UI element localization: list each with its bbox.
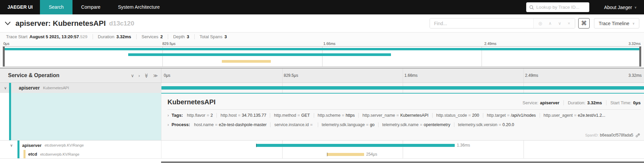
span-detail-row: KubernetesAPI Service:apiserver Duration… — [0, 93, 644, 140]
span-duration-label: 1.36ms — [457, 143, 470, 148]
tick-label: 0μs — [164, 73, 170, 78]
timeline-header: 0μs 829.5μs 1.66ms 2.49ms 3.32ms — [161, 68, 644, 83]
expand-one-icon[interactable]: › — [138, 73, 140, 78]
span-detail-panel: KubernetesAPI Service:apiserver Duration… — [161, 93, 644, 140]
top-nav: JAEGER UI Search Compare System Architec… — [0, 0, 644, 14]
selected-span-highlight[interactable] — [11, 93, 161, 140]
tags-row: › Tags: http.flavor=2 http.host=34.70.13… — [167, 113, 641, 118]
about-jaeger-menu[interactable]: About Jaeger ∨ — [604, 5, 637, 10]
about-jaeger-label: About Jaeger — [604, 5, 632, 10]
service-name: apiserver — [22, 143, 42, 148]
tag-item: http.server_name=KubernetesAPI — [358, 113, 429, 118]
operation-name: etcdserverpb.KV/Range — [40, 152, 80, 156]
span-bar[interactable] — [256, 144, 455, 147]
tag-item: http.status_code=200 — [432, 113, 479, 118]
minimap-left-handle[interactable] — [3, 47, 5, 66]
trace-view-selector[interactable]: Trace Timeline ∨ — [594, 18, 639, 29]
minimap-span-bar[interactable] — [222, 60, 271, 63]
chevron-down-icon: ∨ — [632, 22, 635, 25]
tab-search[interactable]: Search — [40, 0, 72, 14]
tick-label: 2.49ms — [484, 42, 496, 46]
gridline — [403, 150, 403, 158]
span-timeline-cell[interactable]: 1.36ms — [161, 141, 644, 150]
tick-label: 3.32ms — [629, 42, 641, 46]
gridline — [282, 68, 283, 83]
tab-system-architecture[interactable]: System Architecture — [109, 0, 168, 14]
span-duration-label: 254μs — [366, 152, 377, 157]
process-list: host.name=e2e-test-dashpole-master servi… — [194, 122, 514, 127]
span-id-label: SpanID: — [585, 133, 599, 137]
find-icons: ◎ ∧ ∨ × — [533, 18, 575, 28]
gridline — [524, 68, 524, 83]
span-name-cell[interactable]: etcd etcdserverpb.KV/Range — [0, 150, 161, 158]
service-color-strip — [23, 150, 26, 158]
divider — [167, 109, 641, 110]
span-row-apiserver-kvrange[interactable]: ∨ apiserver etcdserverpb.KV/Range 1.36ms — [0, 140, 644, 150]
collapse-all-icon[interactable]: ≫ — [144, 73, 149, 78]
find-input[interactable] — [430, 18, 533, 28]
span-detail-header: KubernetesAPI Service:apiserver Duration… — [167, 98, 641, 106]
process-item: telemetry.sdk.name=opentelemetry — [378, 122, 450, 127]
span-bar[interactable] — [161, 86, 644, 90]
span-row-etcd-kvrange[interactable]: etcd etcdserverpb.KV/Range 254μs — [0, 150, 644, 159]
horizontal-scrollbar[interactable] — [161, 162, 644, 163]
span-table-header: Service & Operation ∨ › ≫ ≫ 0μs 829.5μs … — [0, 68, 644, 83]
link-icon[interactable] — [636, 133, 640, 138]
trace-id-lookup-input[interactable] — [536, 5, 586, 10]
expand-process-chevron-icon[interactable]: › — [167, 122, 169, 127]
span-bar[interactable] — [327, 153, 364, 156]
collapse-span-chevron-icon[interactable]: ∨ — [10, 143, 13, 148]
prev-result-icon[interactable]: ∧ — [548, 21, 552, 26]
collapse-span-chevron-icon[interactable]: ∨ — [4, 86, 7, 90]
jaeger-trace-page: JAEGER UI Search Compare System Architec… — [0, 0, 644, 164]
collapse-one-icon[interactable]: ∨ — [131, 73, 134, 78]
trace-header: apiserver: KubernetesAPI d13c120 ◎ ∧ ∨ ×… — [0, 14, 644, 32]
span-row-kubernetesapi[interactable]: ∨ apiserver KubernetesAPI — [0, 83, 644, 93]
trace-title: apiserver: KubernetesAPI — [15, 19, 106, 28]
service-name: etcd — [28, 152, 37, 157]
summary-total-spans: Total Spans 3 — [194, 34, 227, 39]
timeline-minimap: 0μs 829.5μs 1.66ms 2.49ms 3.32ms — [0, 41, 644, 68]
span-timeline-cell[interactable] — [161, 83, 644, 93]
span-timeline-cell[interactable]: 254μs — [161, 150, 644, 158]
expand-tags-chevron-icon[interactable]: › — [167, 113, 169, 118]
process-item: host.name=e2e-test-dashpole-master — [194, 122, 266, 127]
tick-label: 829.5μs — [162, 42, 176, 46]
expand-all-icon[interactable]: ≫ — [153, 73, 158, 78]
process-label[interactable]: Process: — [171, 122, 190, 127]
minimap-right-handle[interactable] — [639, 47, 641, 66]
search-icon — [529, 5, 534, 10]
service-operation-title: Service & Operation — [8, 72, 59, 78]
span-name-cell[interactable]: ∨ apiserver etcdserverpb.KV/Range — [0, 141, 161, 150]
trace-id-lookup — [526, 2, 589, 12]
trace-summary-bar: Trace Start August 5 2021, 13:20:57 .529… — [0, 32, 644, 41]
service-color-strip — [17, 141, 19, 150]
app-logo[interactable]: JAEGER UI — [0, 0, 40, 14]
next-result-icon[interactable]: ∨ — [558, 21, 561, 26]
operation-name: etcdserverpb.KV/Range — [45, 143, 84, 147]
minimap-span-bar[interactable] — [3, 48, 641, 50]
meta-duration: Duration:3.32ms — [563, 100, 602, 105]
tag-item: http.flavor=2 — [187, 113, 213, 118]
minimap-span-bar[interactable] — [128, 53, 391, 56]
keyboard-shortcuts-button[interactable]: ⌘ — [578, 18, 590, 29]
tags-label[interactable]: Tags: — [171, 113, 183, 118]
tag-item: http.method=GET — [270, 113, 310, 118]
span-start-tick — [327, 153, 328, 156]
tab-compare[interactable]: Compare — [72, 0, 109, 14]
trace-header-controls: ◎ ∧ ∨ × ⌘ Trace Timeline ∨ — [430, 18, 639, 29]
tag-item: http.scheme=https — [314, 113, 355, 118]
process-item: telemetry.sdk.version=0.20.0 — [454, 122, 514, 127]
meta-start-time: Start Time:0μs — [606, 100, 641, 105]
span-id-value: b6eaa0cf578fada5 — [600, 133, 633, 138]
tag-item: http.host=34.70.135.77 — [216, 113, 266, 118]
trace-id-short: d13c120 — [109, 20, 134, 27]
span-id-row: SpanID: b6eaa0cf578fada5 — [585, 133, 640, 138]
clear-find-icon[interactable]: × — [568, 21, 571, 26]
span-name-cell[interactable]: ∨ apiserver KubernetesAPI — [0, 83, 161, 93]
bottom-strip — [0, 159, 644, 164]
match-target-icon[interactable]: ◎ — [538, 21, 542, 26]
gridline — [524, 150, 524, 158]
minimap-viewport[interactable] — [3, 46, 641, 67]
collapse-trace-chevron-icon[interactable] — [5, 20, 13, 27]
